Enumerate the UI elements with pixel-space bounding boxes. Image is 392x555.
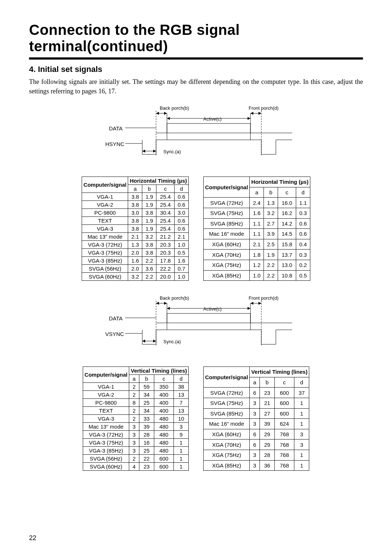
cell-value: 25: [139, 399, 154, 407]
cell-value: 1.0: [175, 241, 189, 249]
cell-value: 0.6: [296, 229, 310, 239]
svg-marker-33: [258, 302, 261, 305]
cell-value: 4: [129, 463, 139, 471]
cell-value: 6: [250, 388, 260, 398]
cell-value: 2: [129, 415, 139, 423]
cell-signal: SVGA (75Hz): [204, 398, 250, 408]
cell-signal: SVGA (56Hz): [83, 455, 129, 463]
svg-marker-30: [164, 302, 167, 305]
table-row: XGA (60Hz)2.12.515.80.4: [204, 239, 310, 250]
label-data: DATA: [109, 315, 123, 321]
cell-value: 350: [154, 383, 173, 391]
subcol: a: [250, 187, 264, 198]
svg-marker-5: [167, 117, 170, 120]
cell-value: 2.2: [264, 270, 278, 281]
cell-signal: PC-9800: [82, 209, 128, 217]
svg-marker-8: [156, 112, 159, 115]
cell-value: 1.6: [250, 208, 264, 218]
cell-value: 0.3: [296, 250, 310, 260]
table-row: Mac 16" mode3396241: [204, 419, 309, 429]
cell-value: 1.9: [142, 217, 156, 225]
cell-value: 8: [129, 399, 139, 407]
cell-value: 3.6: [142, 265, 156, 273]
cell-value: 0.6: [175, 193, 189, 201]
svg-marker-41: [153, 340, 156, 343]
cell-value: 1.1: [296, 198, 310, 208]
cell-value: 1.2: [250, 260, 264, 270]
cell-value: 27: [260, 408, 275, 419]
svg-rect-35: [167, 313, 250, 323]
label-back-porch: Back porch(b): [160, 105, 189, 111]
cell-value: 2.0: [128, 249, 142, 257]
table-row: VGA-23.81.925.40.6: [82, 201, 189, 209]
cell-value: 0.6: [175, 201, 189, 209]
cell-signal: TEXT: [82, 217, 128, 225]
svg-marker-29: [156, 302, 159, 305]
cell-value: 3.0: [175, 209, 189, 217]
title-rule: [29, 57, 363, 60]
cell-value: 1.8: [250, 250, 264, 260]
cell-value: 3.8: [128, 193, 142, 201]
svg-marker-6: [248, 117, 250, 120]
cell-value: 1.9: [142, 225, 156, 233]
cell-signal: Mac 13" mode: [83, 423, 129, 431]
table-row: Mac 13" mode3394803: [83, 423, 188, 431]
cell-value: 3: [250, 398, 260, 408]
cell-value: 624: [274, 419, 294, 429]
cell-value: 0.5: [175, 249, 189, 257]
cell-value: 3: [250, 408, 260, 419]
cell-value: 17.8: [156, 257, 175, 265]
cell-value: 6: [250, 439, 260, 450]
cell-value: 3: [294, 439, 309, 450]
cell-value: 3.2: [264, 208, 278, 218]
table-horizontal-right: Computer/signalHorizontal Timing (µs)abc…: [203, 177, 310, 281]
cell-value: 20.3: [156, 241, 175, 249]
svg-rect-14: [167, 123, 250, 133]
cell-value: 34: [139, 407, 154, 415]
cell-value: 28: [260, 450, 275, 460]
table-row: VGA-3 (72Hz)3284809: [83, 431, 188, 439]
label-front-porch: Front porch(d): [249, 295, 278, 301]
subcol: d: [175, 185, 189, 193]
cell-signal: SVGA (75Hz): [204, 208, 250, 218]
cell-value: 25.4: [156, 225, 175, 233]
cell-value: 34: [139, 391, 154, 399]
table-row: XGA (85Hz)3367681: [204, 460, 309, 471]
cell-value: 2: [129, 383, 139, 391]
cell-value: 10: [174, 415, 189, 423]
table-vertical-left: Computer/signalVertical Timing (lines)ab…: [83, 366, 189, 471]
cell-value: 1: [174, 447, 189, 455]
cell-value: 36: [260, 460, 275, 471]
cell-value: 29: [260, 439, 275, 450]
label-sync: Sync.(a): [163, 149, 181, 154]
cell-value: 3.2: [142, 233, 156, 241]
subcol: c: [156, 185, 175, 193]
cell-value: 3: [129, 439, 139, 447]
cell-value: 3: [129, 447, 139, 455]
table-row: PC-98008254007: [83, 399, 188, 407]
table-row: VGA-3 (75Hz)3164801: [83, 439, 188, 447]
cell-signal: VGA-3 (75Hz): [83, 439, 129, 447]
cell-signal: XGA (85Hz): [204, 460, 250, 471]
cell-value: 2.4: [250, 198, 264, 208]
cell-value: 3: [250, 419, 260, 429]
cell-value: 400: [154, 399, 173, 407]
col-signal: Computer/signal: [83, 367, 129, 383]
svg-marker-32: [250, 302, 253, 305]
table-row: SVGA (60Hz)3.22.220.01.0: [82, 273, 189, 281]
cell-value: 400: [154, 407, 173, 415]
cell-value: 39: [139, 423, 154, 431]
cell-value: 480: [154, 439, 173, 447]
cell-value: 0.2: [296, 260, 310, 270]
cell-value: 480: [154, 431, 173, 439]
cell-signal: VGA-1: [83, 383, 129, 391]
cell-signal: SVGA (56Hz): [82, 265, 128, 273]
svg-marker-40: [142, 340, 145, 343]
cell-value: 2.1: [250, 239, 264, 250]
table-row: XGA (60Hz)6297683: [204, 429, 309, 439]
cell-value: 2.1: [128, 233, 142, 241]
cell-value: 16: [139, 439, 154, 447]
cell-signal: SVGA (60Hz): [83, 463, 129, 471]
table-row: SVGA (56Hz)2.03.622.20.7: [82, 265, 189, 273]
cell-signal: XGA (75Hz): [204, 260, 250, 270]
